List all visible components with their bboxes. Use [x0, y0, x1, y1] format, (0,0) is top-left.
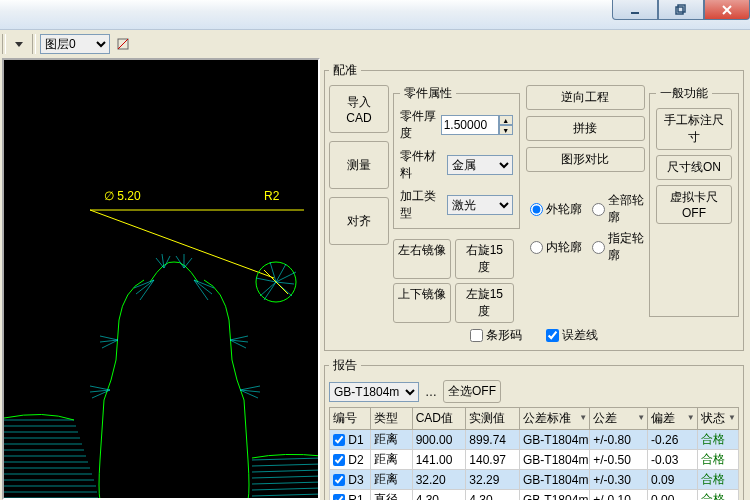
- svg-line-33: [100, 340, 118, 342]
- dropdown-icon[interactable]: [10, 35, 28, 53]
- svg-line-7: [118, 39, 128, 49]
- annot-radius: R2: [264, 189, 280, 203]
- svg-line-59: [252, 464, 320, 466]
- row-check[interactable]: [333, 494, 345, 500]
- svg-line-32: [100, 336, 118, 340]
- svg-line-31: [184, 258, 192, 268]
- row-check[interactable]: [333, 454, 345, 466]
- cad-canvas[interactable]: ∅ 5.20 R2: [2, 58, 320, 500]
- svg-rect-1: [676, 7, 683, 14]
- col-std[interactable]: 公差标准▼: [520, 408, 590, 430]
- svg-line-42: [240, 390, 260, 392]
- part-attr-legend: 零件属性: [400, 85, 456, 102]
- process-select[interactable]: 激光: [447, 195, 512, 215]
- col-meas[interactable]: 实测值: [466, 408, 520, 430]
- table-row[interactable]: R1直径4.304.30GB-T1804m+/-0.100.00合格: [330, 490, 739, 501]
- svg-line-38: [230, 336, 248, 340]
- cad-drawing: ∅ 5.20 R2: [4, 60, 320, 500]
- svg-line-34: [102, 340, 118, 348]
- outer-radio[interactable]: 外轮廓: [530, 192, 582, 226]
- col-no[interactable]: 编号: [330, 408, 371, 430]
- general-group: 一般功能 手工标注尺寸 尺寸线ON 虚拟卡尺OFF: [649, 85, 739, 317]
- material-select[interactable]: 金属: [447, 155, 512, 175]
- caliper-off-button[interactable]: 虚拟卡尺OFF: [656, 185, 732, 224]
- svg-line-24: [194, 280, 212, 294]
- mirror-ud-button[interactable]: 上下镜像: [393, 283, 451, 323]
- report-table: 编号 类型 CAD值 实测值 公差标准▼ 公差▼ 偏差▼ 状态▼ D1距离900…: [329, 407, 739, 500]
- picker-icon[interactable]: [114, 35, 132, 53]
- report-std-select[interactable]: GB-T1804m: [329, 382, 419, 402]
- svg-line-60: [252, 470, 320, 472]
- measure-button[interactable]: 测量: [329, 141, 389, 189]
- annot-diameter: ∅ 5.20: [104, 189, 141, 203]
- table-row[interactable]: D3距离32.2032.29GB-T1804m+/-0.300.09合格: [330, 470, 739, 490]
- thickness-down[interactable]: ▼: [499, 125, 513, 135]
- window-close-button[interactable]: [704, 0, 750, 20]
- dimline-on-button[interactable]: 尺寸线ON: [656, 155, 732, 180]
- part-attr-group: 零件属性 零件厚度 ▲▼ 零件材料 金属: [393, 85, 520, 229]
- svg-line-35: [90, 386, 110, 390]
- svg-line-40: [230, 340, 246, 348]
- registration-group: 配准 导入CAD 测量 对齐 零件属性 零件厚度 ▲▼: [324, 62, 744, 351]
- table-row[interactable]: D1距离900.00899.74GB-T1804m+/-0.80-0.26合格: [330, 430, 739, 450]
- rotate-l15-button[interactable]: 左旋15度: [455, 283, 514, 323]
- barcode-check[interactable]: 条形码: [470, 327, 522, 344]
- general-legend: 一般功能: [656, 85, 712, 102]
- thickness-input[interactable]: [441, 115, 499, 135]
- svg-line-64: [252, 494, 320, 496]
- svg-line-39: [230, 340, 248, 342]
- spec-radio[interactable]: 指定轮廓: [592, 230, 645, 264]
- mirror-lr-button[interactable]: 左右镜像: [393, 239, 451, 279]
- svg-rect-2: [678, 5, 685, 12]
- col-tol[interactable]: 公差▼: [590, 408, 648, 430]
- compare-button[interactable]: 图形对比: [526, 147, 645, 172]
- svg-line-62: [252, 482, 320, 484]
- col-stat[interactable]: 状态▼: [697, 408, 738, 430]
- hand-dim-button[interactable]: 手工标注尺寸: [656, 108, 732, 150]
- inner-radio[interactable]: 内轮廓: [530, 230, 582, 264]
- window-min-button[interactable]: [612, 0, 658, 20]
- layer-select[interactable]: 图层0: [40, 34, 110, 54]
- rotate-r15-button[interactable]: 右旋15度: [455, 239, 514, 279]
- align-button[interactable]: 对齐: [329, 197, 389, 245]
- thickness-up[interactable]: ▲: [499, 115, 513, 125]
- all-radio[interactable]: 全部轮廓: [592, 192, 645, 226]
- report-legend: 报告: [329, 357, 361, 374]
- svg-line-41: [240, 386, 260, 390]
- toolbar-separator: [32, 34, 36, 54]
- col-type[interactable]: 类型: [371, 408, 412, 430]
- svg-line-58: [252, 458, 320, 460]
- svg-line-17: [276, 282, 294, 284]
- svg-line-21: [136, 280, 154, 294]
- svg-line-63: [252, 488, 320, 490]
- report-group: 报告 GB-T1804m … 全选OFF 编号 类型 CAD值 实测值 公差标准…: [324, 357, 744, 500]
- material-label: 零件材料: [400, 148, 443, 182]
- toolbar-separator: [2, 34, 6, 54]
- all-off-button[interactable]: 全选OFF: [443, 380, 501, 403]
- thickness-label: 零件厚度: [400, 108, 437, 142]
- std-ellipsis[interactable]: …: [425, 385, 437, 399]
- window-max-button[interactable]: [658, 0, 704, 20]
- stitch-button[interactable]: 拼接: [526, 116, 645, 141]
- import-cad-button[interactable]: 导入CAD: [329, 85, 389, 133]
- row-check[interactable]: [333, 434, 345, 446]
- col-dev[interactable]: 偏差▼: [648, 408, 698, 430]
- table-row[interactable]: D2距离141.00140.97GB-T1804m+/-0.50-0.03合格: [330, 450, 739, 470]
- svg-line-19: [264, 270, 288, 294]
- reverse-eng-button[interactable]: 逆向工程: [526, 85, 645, 110]
- registration-legend: 配准: [329, 62, 361, 79]
- process-label: 加工类型: [400, 188, 443, 222]
- svg-line-9: [90, 210, 274, 278]
- row-check[interactable]: [333, 474, 345, 486]
- svg-line-61: [252, 476, 320, 478]
- col-cad[interactable]: CAD值: [412, 408, 466, 430]
- svg-marker-5: [15, 42, 23, 47]
- errline-check[interactable]: 误差线: [546, 327, 598, 344]
